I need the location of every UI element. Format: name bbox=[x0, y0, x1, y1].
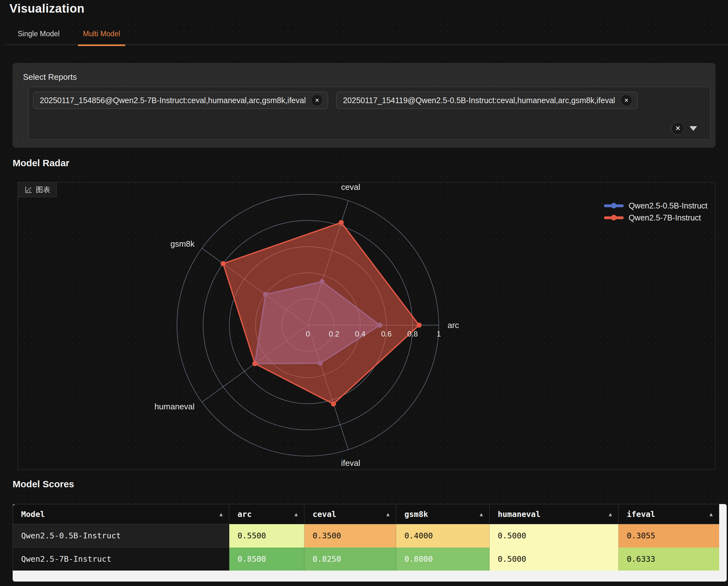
col-header-gsm8k[interactable]: gsm8k▲ bbox=[396, 504, 490, 524]
remove-chip-icon[interactable]: ✕ bbox=[621, 95, 632, 106]
sort-icon[interactable]: ▲ bbox=[219, 511, 223, 517]
table-row: Qwen2.5-7B-Instruct 0.8500 0.8250 0.8000… bbox=[13, 548, 719, 571]
col-header-model[interactable]: Model▲ bbox=[13, 504, 229, 524]
clear-all-icon[interactable]: ✕ bbox=[671, 122, 684, 135]
score-cell: 0.5000 bbox=[490, 548, 619, 571]
scores-table: Model▲ arc▲ ceval▲ gsm8k▲ humaneval▲ ife… bbox=[12, 504, 719, 570]
chevron-down-icon[interactable] bbox=[690, 126, 697, 131]
score-cell: 0.8250 bbox=[304, 548, 396, 571]
col-header-ceval[interactable]: ceval▲ bbox=[304, 504, 396, 524]
legend-item[interactable]: Qwen2.5-0.5B-Instruct bbox=[604, 200, 707, 211]
sort-icon[interactable]: ▲ bbox=[386, 511, 390, 517]
svg-text:0.6: 0.6 bbox=[381, 329, 391, 338]
legend-item[interactable]: Qwen2.5-7B-Instruct bbox=[604, 212, 707, 223]
vertical-scrollbar[interactable] bbox=[720, 505, 726, 569]
report-chip[interactable]: 20250117_154119@Qwen2.5-0.5B-Instruct:ce… bbox=[336, 92, 637, 109]
score-cell: 0.8500 bbox=[229, 548, 304, 571]
legend-label: Qwen2.5-7B-Instruct bbox=[629, 213, 701, 222]
view-tabbar: Single Model Multi Model bbox=[12, 26, 125, 46]
sort-icon[interactable]: ▲ bbox=[709, 511, 712, 517]
legend-label: Qwen2.5-0.5B-Instruct bbox=[629, 201, 707, 210]
score-cell: 0.8000 bbox=[396, 548, 490, 571]
svg-text:ceval: ceval bbox=[341, 182, 360, 191]
score-cell: 0.5500 bbox=[229, 524, 304, 548]
legend-line-icon bbox=[604, 216, 624, 219]
col-header-humaneval[interactable]: humaneval▲ bbox=[490, 504, 619, 524]
visualization-page: Visualization Single Model Multi Model S… bbox=[0, 0, 728, 586]
col-header-ifeval[interactable]: ifeval▲ bbox=[619, 504, 719, 524]
tab-multi-model[interactable]: Multi Model bbox=[78, 26, 125, 46]
sort-icon[interactable]: ▲ bbox=[609, 511, 612, 517]
header-row: Model▲ arc▲ ceval▲ gsm8k▲ humaneval▲ ife… bbox=[13, 504, 719, 524]
reports-multiselect[interactable]: 20250117_154856@Qwen2.5-7B-Instruct:ceva… bbox=[28, 87, 711, 140]
plot-tab-chart[interactable]: 图表 bbox=[18, 182, 57, 197]
svg-text:0: 0 bbox=[306, 329, 310, 338]
svg-text:0.4: 0.4 bbox=[355, 329, 365, 338]
svg-text:humaneval: humaneval bbox=[155, 402, 194, 411]
svg-text:gsm8k: gsm8k bbox=[170, 239, 195, 248]
col-header-arc[interactable]: arc▲ bbox=[229, 504, 304, 524]
score-cell: 0.3500 bbox=[304, 524, 396, 548]
svg-text:1: 1 bbox=[437, 329, 441, 338]
table-row: Qwen2.5-0.5B-Instruct 0.5500 0.3500 0.40… bbox=[13, 524, 719, 548]
model-name-cell: Qwen2.5-7B-Instruct bbox=[13, 548, 229, 571]
svg-text:arc: arc bbox=[448, 320, 459, 330]
score-cell: 0.6333 bbox=[619, 548, 719, 571]
selected-report-chips: 20250117_154856@Qwen2.5-7B-Instruct:ceva… bbox=[33, 92, 638, 109]
scores-table-container: Model▲ arc▲ ceval▲ gsm8k▲ humaneval▲ ife… bbox=[12, 504, 727, 582]
legend-line-icon bbox=[604, 204, 624, 207]
report-chip-label: 20250117_154856@Qwen2.5-7B-Instruct:ceva… bbox=[40, 96, 306, 105]
svg-text:ifeval: ifeval bbox=[341, 458, 360, 468]
score-cell: 0.4000 bbox=[396, 524, 490, 548]
legend-dot-icon bbox=[611, 203, 617, 209]
remove-chip-icon[interactable]: ✕ bbox=[311, 95, 323, 106]
model-name-cell: Qwen2.5-0.5B-Instruct bbox=[13, 524, 229, 548]
tab-single-model[interactable]: Single Model bbox=[12, 26, 64, 46]
horizontal-scrollbar[interactable] bbox=[15, 572, 725, 580]
model-scores-heading: Model Scores bbox=[12, 479, 74, 489]
model-radar-heading: Model Radar bbox=[12, 158, 70, 168]
scatter-chart-icon bbox=[24, 185, 33, 194]
select-reports-label: Select Reports bbox=[23, 72, 77, 82]
report-chip[interactable]: 20250117_154856@Qwen2.5-7B-Instruct:ceva… bbox=[33, 92, 328, 109]
select-reports-panel: Select Reports 20250117_154856@Qwen2.5-7… bbox=[12, 63, 716, 148]
legend-dot-icon bbox=[611, 215, 617, 220]
sort-icon[interactable]: ▲ bbox=[480, 511, 483, 517]
radar-plot-widget: 00.20.40.60.81arccevalgsm8khumanevalifev… bbox=[18, 182, 716, 470]
sort-icon[interactable]: ▲ bbox=[294, 511, 298, 517]
page-title: Visualization bbox=[9, 2, 84, 16]
radar-legend: Qwen2.5-0.5B-Instruct Qwen2.5-7B-Instruc… bbox=[604, 200, 707, 223]
report-chip-label: 20250117_154119@Qwen2.5-0.5B-Instruct:ce… bbox=[343, 96, 615, 105]
svg-text:0.8: 0.8 bbox=[407, 329, 418, 338]
score-cell: 0.3055 bbox=[619, 524, 719, 548]
svg-text:0.2: 0.2 bbox=[329, 329, 339, 338]
select-controls: ✕ bbox=[671, 122, 697, 135]
plot-tab-label: 图表 bbox=[36, 185, 50, 194]
radar-chart: 00.20.40.60.81arccevalgsm8khumanevalifev… bbox=[18, 182, 715, 470]
score-cell: 0.5000 bbox=[490, 524, 619, 548]
